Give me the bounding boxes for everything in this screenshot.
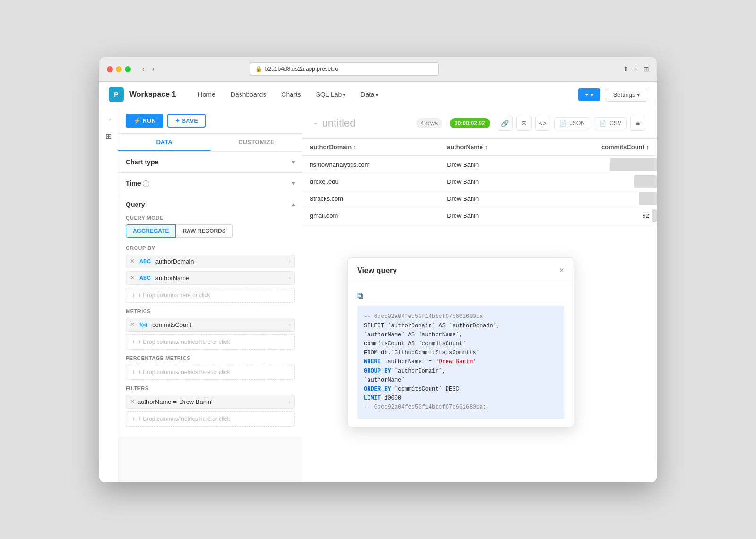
share-icon[interactable]: ⬆ — [623, 65, 628, 73]
modal-title: View query — [357, 266, 397, 275]
new-tab-icon[interactable]: + — [634, 65, 638, 73]
arrow-icon-1: › — [289, 274, 291, 281]
sidebar-icon-strip: → ⊞ — [99, 108, 118, 482]
bar-3 — [652, 209, 657, 222]
titlebar: ‹ › 🔒 b2a1b4d8.us2a.app.preset.io ⬆ + ⊞ — [99, 57, 657, 82]
back-button[interactable]: ‹ — [140, 64, 146, 74]
workspace-title: Workspace 1 — [129, 90, 176, 99]
time-badge: 00:00:02.92 — [450, 118, 490, 128]
group-by-drop-zone[interactable]: + + Drop columns here or click — [126, 288, 295, 303]
collapse-sidebar-button[interactable]: → — [102, 113, 115, 126]
save-button[interactable]: ✦ SAVE — [167, 114, 206, 128]
tab-data[interactable]: DATA — [118, 134, 210, 151]
code-where-str: 'Drew Banin' — [435, 359, 476, 365]
aggregate-button[interactable]: AGGREGATE — [126, 224, 176, 238]
url-text: b2a1b4d8.us2a.app.preset.io — [265, 66, 338, 72]
bar-0 — [610, 158, 657, 171]
title-text: untitled — [322, 117, 355, 129]
info-icon[interactable]: i — [143, 180, 149, 187]
bar-2 — [639, 192, 657, 205]
col-header-commits[interactable]: commitsCount ↕ — [541, 139, 657, 156]
remove-metric-0[interactable]: ✕ — [130, 321, 135, 328]
col-name-0: authorDomain — [155, 258, 289, 265]
raw-records-button[interactable]: RAW RECORDS — [176, 224, 232, 238]
nav-data[interactable]: Data — [354, 87, 385, 102]
view-query-modal: View query × ⧉ -- 6dcd92a04feb50f14bbcf0… — [347, 257, 574, 427]
link-button[interactable]: 🔗 — [498, 116, 513, 131]
table-row: gmail.com Drew Banin 92 — [302, 207, 657, 224]
code-order-by: ORDER BY — [364, 386, 391, 393]
cell-count-0: 952 — [541, 156, 657, 173]
right-panel: - untitled 4 rows 00:00:02.92 🔗 ✉ <> 📄 .… — [302, 108, 657, 482]
pct-metrics-drop-zone[interactable]: + + Drop columns/metrics here or click — [126, 365, 295, 380]
remove-filter-0[interactable]: ✕ — [130, 398, 135, 405]
modal-close-button[interactable]: × — [559, 265, 564, 275]
appbar: P Workspace 1 Home Dashboards Charts SQL… — [99, 82, 657, 108]
cell-domain-0: fishtownanalytics.com — [302, 156, 439, 173]
cell-author-2: Drew Banin — [439, 190, 541, 207]
left-panel: ⚡ RUN ✦ SAVE DATA CUSTOMIZE Chart type ▾… — [118, 108, 302, 482]
chart-type-label: Chart type — [126, 158, 158, 166]
run-button[interactable]: ⚡ RUN — [126, 114, 163, 128]
nav-home[interactable]: Home — [191, 87, 222, 102]
cell-count-2: 357 — [541, 190, 657, 207]
plus-icon-pct: + — [132, 369, 135, 376]
cell-author-0: Drew Banin — [439, 156, 541, 173]
filters-drop-zone[interactable]: + + Drop columns/metrics here or click — [126, 411, 295, 427]
table-view-button[interactable]: ⊞ — [102, 130, 115, 143]
more-button[interactable]: ≡ — [630, 116, 645, 131]
chevron-down-icon-time: ▾ — [292, 180, 295, 187]
nav-charts[interactable]: Charts — [275, 87, 307, 102]
query-section: Query ▴ QUERY MODE AGGREGATE RAW RECORDS… — [118, 194, 302, 437]
panel-tabs: DATA CUSTOMIZE — [118, 134, 302, 152]
query-content: QUERY MODE AGGREGATE RAW RECORDS GROUP B… — [118, 215, 302, 437]
arrow-icon-metric: › — [289, 321, 291, 328]
table-header-row: authorDomain ↕ authorName ↕ commitsCount… — [302, 139, 657, 156]
query-header[interactable]: Query ▴ — [118, 194, 302, 215]
code-button[interactable]: <> — [535, 116, 550, 131]
titlebar-actions: ⬆ + ⊞ — [623, 65, 649, 73]
modal-body: ⧉ -- 6dcd92a04feb50f14bbcf07c661680ba SE… — [348, 283, 574, 426]
nav-sql-lab[interactable]: SQL Lab — [309, 87, 352, 102]
chart-type-header[interactable]: Chart type ▾ — [118, 152, 302, 172]
tabs-icon[interactable]: ⊞ — [644, 65, 649, 73]
table-row: fishtownanalytics.com Drew Banin 952 — [302, 156, 657, 173]
filters-drop-label: + Drop columns/metrics here or click — [138, 416, 230, 422]
remove-group-by-1[interactable]: ✕ — [130, 274, 135, 281]
remove-group-by-0[interactable]: ✕ — [130, 258, 135, 265]
plus-icon: + — [132, 292, 135, 299]
code-block: -- 6dcd92a04feb50f14bbcf07c661680ba SELE… — [357, 306, 564, 419]
email-button[interactable]: ✉ — [516, 116, 532, 131]
cell-author-3: Drew Banin — [439, 207, 541, 224]
metrics-drop-zone[interactable]: + + Drop columns/metrics here or click — [126, 334, 295, 350]
type-badge-1: ABC — [137, 274, 153, 281]
title-dash: - — [314, 117, 317, 129]
forward-button[interactable]: › — [150, 64, 156, 74]
group-by-label: GROUP BY — [126, 245, 295, 251]
nav-dashboards[interactable]: Dashboards — [224, 87, 273, 102]
csv-file-icon: 📄 — [599, 120, 606, 127]
url-bar[interactable]: 🔒 b2a1b4d8.us2a.app.preset.io — [250, 62, 439, 76]
add-button[interactable]: + ▾ — [578, 88, 600, 101]
settings-button[interactable]: Settings ▾ — [606, 88, 647, 102]
col-header-author[interactable]: authorName ↕ — [439, 139, 541, 156]
metric-name-0: commitsCount — [152, 321, 289, 328]
fullscreen-button[interactable] — [125, 66, 131, 72]
copy-button[interactable]: ⧉ — [357, 291, 363, 301]
col-header-domain[interactable]: authorDomain ↕ — [302, 139, 439, 156]
json-button[interactable]: 📄 .JSON — [554, 117, 590, 129]
cell-count-3: 92 — [541, 207, 657, 224]
csv-button[interactable]: 📄 .CSV — [594, 117, 627, 129]
metrics-drop-label: + Drop columns/metrics here or click — [138, 339, 230, 345]
close-button[interactable] — [107, 66, 113, 72]
code-comment-1: -- 6dcd92a04feb50f14bbcf07c661680ba — [364, 313, 483, 320]
modal-header: View query × — [348, 258, 574, 283]
tab-customize[interactable]: CUSTOMIZE — [210, 134, 302, 151]
time-section: Time i ▾ — [118, 173, 302, 194]
app-window: ‹ › 🔒 b2a1b4d8.us2a.app.preset.io ⬆ + ⊞ … — [99, 57, 657, 482]
minimize-button[interactable] — [116, 66, 122, 72]
code-limit-rest: 10000 — [384, 395, 401, 402]
time-header[interactable]: Time i ▾ — [118, 173, 302, 194]
filter-name-0: authorName = 'Drew Banin' — [137, 398, 289, 405]
cell-domain-2: 8tracks.com — [302, 190, 439, 207]
